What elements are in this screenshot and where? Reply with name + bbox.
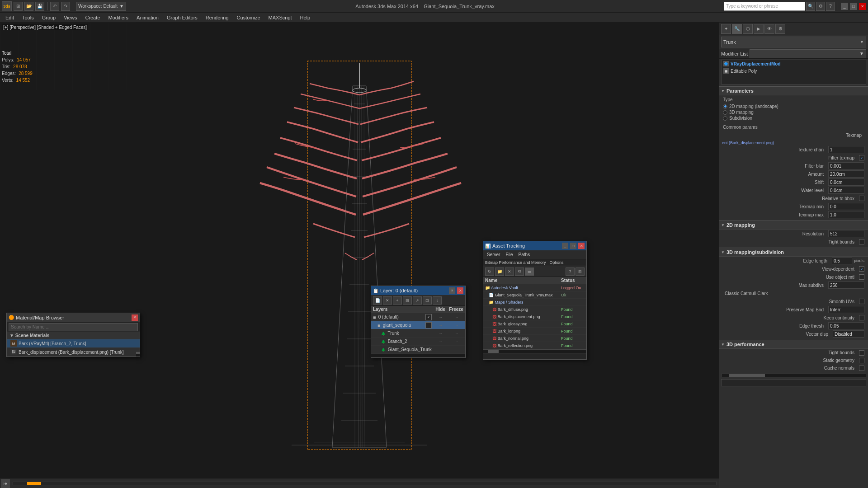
menu-animation[interactable]: Animation: [133, 13, 162, 23]
cache-normals-checkbox[interactable]: [859, 366, 864, 371]
at-row-glossy[interactable]: 🖼 Bark_glossy.png Found: [483, 320, 586, 328]
new-file-button[interactable]: ⊞: [14, 2, 23, 11]
help-icon[interactable]: ?: [826, 2, 835, 11]
static-geo-checkbox[interactable]: [859, 358, 864, 363]
layer-sequoia-check[interactable]: [425, 322, 432, 328]
tight-bounds2-checkbox[interactable]: [859, 350, 864, 356]
at-row-maps[interactable]: 📁 Maps / Shaders: [483, 299, 586, 306]
section-parameters[interactable]: ▼ Parameters: [719, 86, 868, 95]
filter-blur-value[interactable]: 0.001: [828, 162, 864, 169]
lm-highlight-button[interactable]: ⊡: [423, 296, 432, 305]
radio-2d-icon[interactable]: [723, 104, 727, 109]
menu-maxscript[interactable]: MAXScript: [265, 13, 296, 23]
radio-3d[interactable]: 3D mapping: [719, 109, 868, 115]
layer-scrollbar[interactable]: [371, 354, 465, 357]
hierarchy-icon[interactable]: ⬡: [743, 24, 753, 34]
modifier-list-dropdown[interactable]: ▼: [750, 49, 866, 58]
at-menu-paths[interactable]: Paths: [517, 252, 532, 257]
texmap-min-value[interactable]: 0.0: [828, 203, 864, 210]
at-row-reflection[interactable]: 🖼 Bark_reflection.png Found: [483, 342, 586, 349]
modifier-vray[interactable]: 🔷 VRayDisplacementMod: [722, 60, 866, 67]
at-row-normal[interactable]: 🖼 Bark_normal.png Found: [483, 335, 586, 342]
resolution-value[interactable]: 512: [828, 230, 864, 237]
at-scrollbar[interactable]: [483, 349, 586, 353]
use-obj-mtl-checkbox[interactable]: [859, 274, 864, 280]
modifier-editable-poly[interactable]: ◼ Editable Poly: [722, 67, 866, 75]
menu-views[interactable]: Views: [60, 13, 80, 23]
close-button[interactable]: ✕: [859, 3, 866, 10]
radio-3d-icon[interactable]: [723, 110, 727, 115]
menu-group[interactable]: Group: [38, 13, 60, 23]
mb-search-input[interactable]: [9, 323, 138, 331]
at-bitmap-label[interactable]: Bitmap Performance and Memory: [485, 260, 546, 265]
at-row-ior[interactable]: 🖼 Bark_ior.png Found: [483, 328, 586, 335]
mb-item-bark[interactable]: M Bark (VRayMtl) [Branch_2, Trunk]: [7, 339, 140, 348]
radio-subdiv-icon[interactable]: [723, 116, 727, 121]
radio-2d[interactable]: 2D mapping (landscape): [719, 103, 868, 109]
layer-default-check[interactable]: ✓: [425, 314, 432, 320]
tight-bounds-checkbox[interactable]: [859, 239, 864, 244]
menu-edit[interactable]: Edit: [2, 13, 18, 23]
keep-continuity-checkbox[interactable]: [859, 315, 864, 320]
preserve-value[interactable]: Interr: [828, 306, 864, 313]
undo-button[interactable]: ↶: [50, 2, 59, 11]
edge-length-value[interactable]: 0.5: [832, 257, 852, 264]
shift-value[interactable]: 0.0cm: [828, 178, 864, 186]
at-row-diffuse[interactable]: 🖼 Bark_diffuse.png Found: [483, 306, 586, 313]
open-file-button[interactable]: 📂: [24, 2, 33, 11]
mb-section-header[interactable]: ▼ Scene Materials: [7, 332, 140, 339]
mb-close-button[interactable]: ✕: [132, 314, 138, 321]
menu-modifiers[interactable]: Modifiers: [104, 13, 132, 23]
layer-row-branch2[interactable]: 🌲 Branch_2 ··· ···: [371, 338, 465, 346]
create-icon[interactable]: ✦: [721, 24, 731, 34]
timeline[interactable]: [13, 482, 717, 485]
lm-delete-button[interactable]: ✕: [383, 296, 392, 305]
search-icon[interactable]: 🔍: [806, 2, 815, 11]
at-row-displacement[interactable]: 🖼 Bark_displacement.png Found: [483, 313, 586, 320]
lm-add-button[interactable]: 📄: [373, 296, 382, 305]
lm-new-button[interactable]: +: [393, 296, 402, 305]
display-icon[interactable]: 👁: [764, 24, 774, 34]
maximize-button[interactable]: □: [850, 3, 857, 10]
at-locate-button[interactable]: 📁: [495, 267, 504, 276]
at-minimize-button[interactable]: _: [562, 243, 568, 249]
texture-chan-value[interactable]: 1: [828, 146, 864, 153]
at-help-button[interactable]: ?: [566, 267, 575, 276]
at-close-button[interactable]: ✕: [578, 243, 585, 249]
at-copy-button[interactable]: ⧉: [515, 267, 524, 276]
texmap-max-value[interactable]: 1.0: [828, 211, 864, 218]
section-3d-mapping[interactable]: ▼ 3D mapping/subdivision: [719, 248, 868, 257]
at-menu-file[interactable]: File: [504, 252, 514, 257]
save-file-button[interactable]: 💾: [35, 2, 44, 11]
params-scrollbar[interactable]: [721, 374, 866, 377]
mb-item-bark-displacement[interactable]: 🖼 Bark_displacement (Bark_displacement.p…: [7, 348, 140, 357]
object-name-field[interactable]: Trunk ▼: [721, 37, 866, 47]
minimize-button[interactable]: _: [841, 3, 848, 10]
at-menu-server[interactable]: Server: [485, 252, 502, 257]
layer-row-default[interactable]: ◼ 0 (default) ✓ ··· ···: [371, 313, 465, 321]
lm-select-button[interactable]: ↗: [413, 296, 422, 305]
view-dependent-checkbox[interactable]: ✓: [859, 266, 864, 272]
max-subdivs-value[interactable]: 256: [828, 282, 864, 289]
motion-icon[interactable]: ▶: [754, 24, 764, 34]
layer-row-gst[interactable]: 🌲 Giant_Sequoia_Trunk ··· ···: [371, 346, 465, 354]
at-remove-button[interactable]: ✕: [505, 267, 514, 276]
at-row-max[interactable]: 📄 Giant_Sequoia_Trunk_vray.max Ok: [483, 291, 586, 299]
amount-value[interactable]: 20.0cm: [828, 170, 864, 178]
at-list-button[interactable]: ☰: [525, 267, 534, 276]
section-2d-mapping[interactable]: ▼ 2D mapping: [719, 221, 868, 230]
menu-help[interactable]: Help: [297, 13, 314, 23]
water-level-value[interactable]: 0.0cm: [828, 187, 864, 194]
vector-disp-value[interactable]: Disabled: [833, 330, 864, 338]
radio-subdiv[interactable]: Subdivision: [719, 115, 868, 121]
at-expand-button[interactable]: ⊞: [576, 267, 585, 276]
lm-obj-button[interactable]: ⊞: [403, 296, 412, 305]
lm-help-button[interactable]: ?: [449, 287, 455, 294]
at-options-label[interactable]: Options: [550, 260, 564, 265]
layer-row-trunk[interactable]: 🌲 Trunk ··· ···: [371, 329, 465, 338]
at-refresh-button[interactable]: ↻: [485, 267, 494, 276]
workspace-dropdown[interactable]: Workspace: Default ▼: [76, 2, 126, 11]
edge-thresh-value[interactable]: 0.05: [828, 322, 864, 329]
viewport[interactable]: [+] [Perspective] [Shaded + Edged Faces]…: [0, 23, 719, 488]
utilities-icon[interactable]: ⚙: [775, 24, 785, 34]
